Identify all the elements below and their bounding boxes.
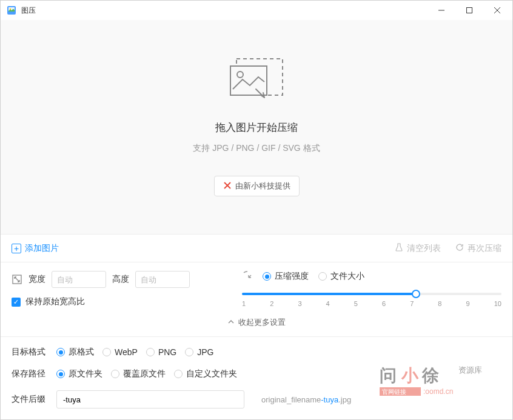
collapse-label: 收起更多设置 [238, 317, 286, 328]
dropzone[interactable]: 拖入图片开始压缩 支持 JPG / PNG / GIF / SVG 格式 由新小… [1, 20, 512, 235]
add-image-label: 添加图片 [25, 243, 59, 254]
dropzone-title: 拖入图片开始压缩 [215, 121, 298, 135]
dimensions-icon [12, 274, 22, 285]
width-label: 宽度 [29, 274, 45, 285]
advanced-settings: 目标格式 原格式 WebP PNG JPG 保存路径 原文件夹 覆盖原文件 自定… [1, 337, 512, 408]
close-button[interactable] [483, 1, 511, 20]
radio-icon [185, 348, 193, 356]
radio-icon [102, 348, 111, 356]
height-label: 高度 [112, 274, 129, 285]
radio-icon [318, 272, 327, 281]
toolbar: + 添加图片 清空列表 再次压缩 [1, 235, 512, 262]
recompress-button[interactable]: 再次压缩 [455, 243, 501, 254]
collapse-settings-button[interactable]: 收起更多设置 [12, 307, 501, 336]
dropzone-subtitle: 支持 JPG / PNG / GIF / SVG 格式 [193, 143, 320, 154]
slider-ticks: 12345678910 [242, 300, 501, 307]
provider-icon [223, 181, 232, 192]
dimension-controls: 宽度 高度 ✓ 保持原始宽高比 [12, 271, 224, 307]
filesize-radio[interactable]: 文件大小 [318, 271, 364, 282]
savepath-original-radio[interactable]: 原文件夹 [56, 368, 102, 379]
radio-icon [146, 348, 155, 356]
provider-label: 由新小科技提供 [235, 181, 290, 192]
compression-strength-label: 压缩强度 [275, 271, 309, 282]
radio-checked-icon [263, 272, 271, 281]
save-path-label: 保存路径 [12, 368, 48, 379]
suffix-preview: original_filename-tuya.jpg [261, 395, 351, 404]
format-jpg-radio[interactable]: JPG [185, 347, 213, 357]
minimize-button[interactable] [428, 1, 455, 20]
compress-icon [242, 271, 253, 282]
compression-controls: 压缩强度 文件大小 12345678910 [224, 271, 501, 307]
radio-icon [174, 370, 183, 378]
target-format-label: 目标格式 [12, 347, 48, 358]
slider-thumb[interactable] [412, 290, 420, 298]
settings-panel: 宽度 高度 ✓ 保持原始宽高比 压缩强度 文件大小 [1, 262, 512, 336]
recompress-label: 再次压缩 [468, 243, 501, 254]
suffix-label: 文件后缀 [12, 394, 48, 405]
clear-list-label: 清空列表 [407, 243, 441, 254]
keep-ratio-label: 保持原始宽高比 [25, 296, 85, 307]
add-image-button[interactable]: + 添加图片 [12, 243, 59, 254]
radio-checked-icon [56, 370, 65, 378]
plus-icon: + [12, 244, 21, 253]
radio-checked-icon [56, 348, 65, 356]
format-original-radio[interactable]: 原格式 [56, 347, 94, 358]
savepath-custom-radio[interactable]: 自定义文件夹 [174, 368, 237, 379]
titlebar: 图压 [1, 1, 512, 20]
height-input[interactable] [135, 271, 190, 288]
chevron-up-icon [227, 318, 235, 327]
refresh-icon [455, 243, 464, 253]
app-title: 图压 [21, 5, 428, 16]
savepath-overwrite-radio[interactable]: 覆盖原文件 [111, 368, 166, 379]
keep-ratio-checkbox[interactable]: ✓ 保持原始宽高比 [12, 296, 224, 307]
dropzone-image-icon [229, 58, 284, 106]
provider-button[interactable]: 由新小科技提供 [214, 176, 300, 196]
svg-rect-4 [467, 8, 472, 13]
flask-icon [395, 243, 403, 253]
maximize-button[interactable] [455, 1, 483, 20]
width-input[interactable] [52, 271, 106, 288]
window-controls [428, 1, 511, 20]
format-png-radio[interactable]: PNG [146, 347, 176, 357]
format-webp-radio[interactable]: WebP [102, 347, 138, 357]
svg-rect-8 [230, 66, 267, 95]
checkmark-icon: ✓ [12, 298, 21, 307]
filesize-label: 文件大小 [330, 271, 364, 282]
compression-slider[interactable] [242, 293, 501, 295]
compression-strength-radio[interactable]: 压缩强度 [263, 271, 309, 282]
suffix-input[interactable] [56, 390, 244, 408]
radio-icon [111, 370, 119, 378]
clear-list-button[interactable]: 清空列表 [395, 243, 441, 254]
app-icon [7, 5, 16, 15]
